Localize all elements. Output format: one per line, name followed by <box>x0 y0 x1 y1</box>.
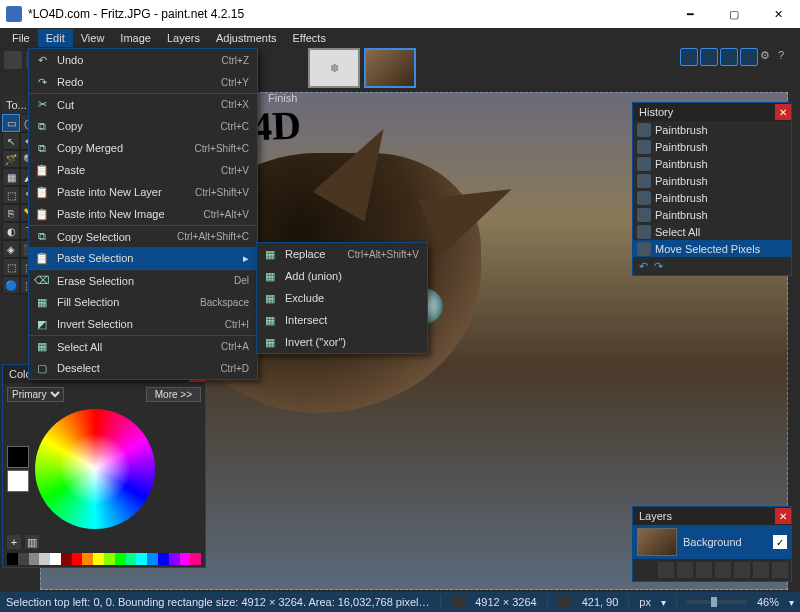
palette-swatch[interactable] <box>190 553 201 565</box>
palette-swatch[interactable] <box>158 553 169 565</box>
edit-menu-copy[interactable]: ⧉CopyCtrl+C <box>29 115 257 137</box>
color-wheel[interactable] <box>35 409 155 529</box>
layers-close-icon[interactable]: ✕ <box>775 508 791 524</box>
history-redo-icon[interactable]: ↷ <box>654 260 663 273</box>
new-document-thumb[interactable] <box>308 48 360 88</box>
edit-menu-deselect[interactable]: ▢DeselectCtrl+D <box>29 357 257 379</box>
layers-panel-header[interactable]: Layers ✕ <box>633 507 791 525</box>
layer-up-button[interactable] <box>734 562 750 578</box>
layer-merge-button[interactable] <box>715 562 731 578</box>
tool-button-2[interactable]: ↖ <box>2 132 20 150</box>
edit-menu-cut[interactable]: ✂CutCtrl+X <box>29 93 257 115</box>
palette-swatch[interactable] <box>39 553 50 565</box>
tool-button-16[interactable]: ⬚ <box>2 258 20 276</box>
tool-button-0[interactable]: ▭ <box>2 114 20 132</box>
palette-swatch[interactable] <box>180 553 191 565</box>
color-palette[interactable] <box>7 553 201 565</box>
close-button[interactable]: ✕ <box>756 0 800 28</box>
history-item[interactable]: Paintbrush <box>633 172 791 189</box>
palette-swatch[interactable] <box>82 553 93 565</box>
palette-manage-button[interactable]: ▥ <box>25 535 39 549</box>
minimize-button[interactable]: ━ <box>668 0 712 28</box>
edit-menu-paste[interactable]: 📋PasteCtrl+V <box>29 159 257 181</box>
paste-submenu-replace[interactable]: ▦ReplaceCtrl+Alt+Shift+V <box>257 243 427 265</box>
history-close-icon[interactable]: ✕ <box>775 104 791 120</box>
palette-swatch[interactable] <box>50 553 61 565</box>
history-item[interactable]: Select All <box>633 223 791 240</box>
util-colors-toggle[interactable] <box>740 48 758 66</box>
layer-properties-button[interactable] <box>772 562 788 578</box>
status-unit[interactable]: px <box>639 596 651 608</box>
palette-swatch[interactable] <box>29 553 40 565</box>
layer-add-button[interactable] <box>658 562 674 578</box>
edit-menu-paste-selection[interactable]: 📋Paste Selection▸ <box>29 247 257 269</box>
layer-row[interactable]: Background ✓ <box>633 525 791 559</box>
settings-gear-icon[interactable]: ⚙ <box>760 49 776 65</box>
maximize-button[interactable]: ▢ <box>712 0 756 28</box>
colors-primary-select[interactable]: Primary <box>7 387 64 402</box>
palette-swatch[interactable] <box>61 553 72 565</box>
toolbar-icon-new[interactable] <box>4 51 22 69</box>
menu-edit[interactable]: Edit <box>38 29 73 47</box>
layer-duplicate-button[interactable] <box>696 562 712 578</box>
paste-submenu-invert-xor-[interactable]: ▦Invert ("xor") <box>257 331 427 353</box>
palette-swatch[interactable] <box>72 553 83 565</box>
menu-image[interactable]: Image <box>112 29 159 47</box>
edit-menu-erase-selection[interactable]: ⌫Erase SelectionDel <box>29 269 257 291</box>
edit-menu-paste-into-new-layer[interactable]: 📋Paste into New LayerCtrl+Shift+V <box>29 181 257 203</box>
colors-more-button[interactable]: More >> <box>146 387 201 402</box>
palette-swatch[interactable] <box>104 553 115 565</box>
history-undo-icon[interactable]: ↶ <box>639 260 648 273</box>
palette-swatch[interactable] <box>126 553 137 565</box>
primary-swatch[interactable] <box>7 446 29 468</box>
tool-button-14[interactable]: ◈ <box>2 240 20 258</box>
secondary-swatch[interactable] <box>7 470 29 492</box>
tool-button-10[interactable]: ⎘ <box>2 204 20 222</box>
menu-view[interactable]: View <box>73 29 113 47</box>
menu-layers[interactable]: Layers <box>159 29 208 47</box>
edit-menu-paste-into-new-image[interactable]: 📋Paste into New ImageCtrl+Alt+V <box>29 203 257 225</box>
history-item[interactable]: Move Selected Pixels <box>633 240 791 257</box>
menu-effects[interactable]: Effects <box>285 29 334 47</box>
menu-file[interactable]: File <box>4 29 38 47</box>
document-thumb-current[interactable] <box>364 48 416 88</box>
layer-down-button[interactable] <box>753 562 769 578</box>
tool-button-4[interactable]: 🪄 <box>2 150 20 168</box>
palette-swatch[interactable] <box>93 553 104 565</box>
palette-swatch[interactable] <box>169 553 180 565</box>
paste-submenu-add-union-[interactable]: ▦Add (union) <box>257 265 427 287</box>
layer-visible-checkbox[interactable]: ✓ <box>773 535 787 549</box>
layer-delete-button[interactable] <box>677 562 693 578</box>
util-layers-toggle[interactable] <box>720 48 738 66</box>
palette-add-button[interactable]: + <box>7 535 21 549</box>
history-item[interactable]: Paintbrush <box>633 206 791 223</box>
zoom-slider[interactable] <box>687 600 747 604</box>
help-icon[interactable]: ? <box>778 49 794 65</box>
history-item[interactable]: Paintbrush <box>633 155 791 172</box>
palette-swatch[interactable] <box>136 553 147 565</box>
palette-swatch[interactable] <box>7 553 18 565</box>
edit-menu-select-all[interactable]: ▦Select AllCtrl+A <box>29 335 257 357</box>
tool-button-6[interactable]: ▦ <box>2 168 20 186</box>
tool-button-12[interactable]: ◐ <box>2 222 20 240</box>
edit-menu-invert-selection[interactable]: ◩Invert SelectionCtrl+I <box>29 313 257 335</box>
edit-menu-copy-merged[interactable]: ⧉Copy MergedCtrl+Shift+C <box>29 137 257 159</box>
palette-swatch[interactable] <box>115 553 126 565</box>
palette-swatch[interactable] <box>18 553 29 565</box>
history-item[interactable]: Paintbrush <box>633 138 791 155</box>
edit-menu-redo[interactable]: ↷RedoCtrl+Y <box>29 71 257 93</box>
tool-button-18[interactable]: 🔵 <box>2 276 20 294</box>
palette-swatch[interactable] <box>147 553 158 565</box>
edit-menu-undo[interactable]: ↶UndoCtrl+Z <box>29 49 257 71</box>
history-item[interactable]: Paintbrush <box>633 121 791 138</box>
menu-adjustments[interactable]: Adjustments <box>208 29 285 47</box>
edit-menu-fill-selection[interactable]: ▦Fill SelectionBackspace <box>29 291 257 313</box>
util-history-toggle[interactable] <box>700 48 718 66</box>
paste-submenu-intersect[interactable]: ▦Intersect <box>257 309 427 331</box>
edit-menu-copy-selection[interactable]: ⧉Copy SelectionCtrl+Alt+Shift+C <box>29 225 257 247</box>
history-panel-header[interactable]: History ✕ <box>633 103 791 121</box>
paste-submenu-exclude[interactable]: ▦Exclude <box>257 287 427 309</box>
finish-label[interactable]: Finish <box>268 92 297 104</box>
tool-button-8[interactable]: ⬚ <box>2 186 20 204</box>
util-tools-toggle[interactable] <box>680 48 698 66</box>
